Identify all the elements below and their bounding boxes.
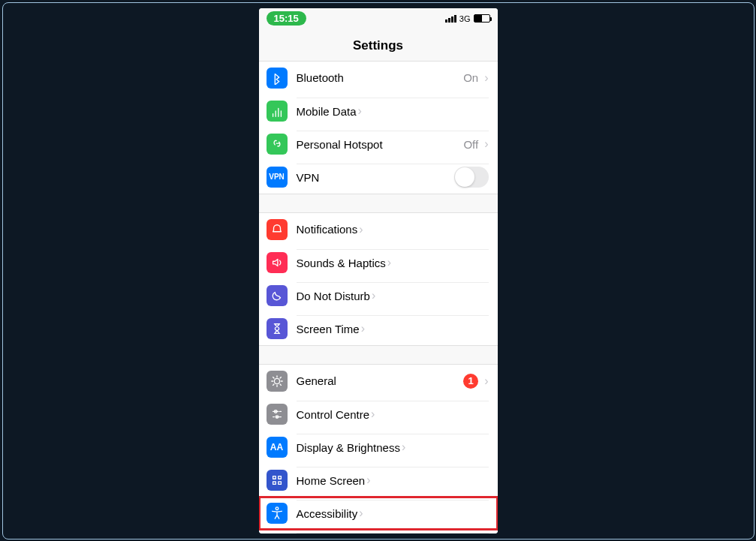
row-general-badge: 1 xyxy=(463,374,478,389)
row-bluetooth-value: On xyxy=(463,71,478,84)
chevron-right-icon: › xyxy=(372,289,375,302)
chevron-right-icon: › xyxy=(358,104,362,118)
row-general-label: General xyxy=(297,374,336,387)
row-bluetooth-label: Bluetooth xyxy=(297,71,344,84)
row-personal-hotspot-label: Personal Hotspot xyxy=(297,138,383,151)
chevron-right-icon: › xyxy=(361,322,365,335)
chevron-right-icon: › xyxy=(359,223,363,236)
row-display-brightness[interactable]: AADisplay & Brightness› xyxy=(259,431,498,464)
row-home-screen[interactable]: Home Screen› xyxy=(259,464,498,497)
row-control-centre-label: Control Centre xyxy=(297,408,370,421)
row-mobile-data-label: Mobile Data xyxy=(297,105,357,118)
signal-icon xyxy=(445,15,456,23)
row-do-not-disturb-label: Do Not Disturb xyxy=(297,290,370,302)
chevron-right-icon: › xyxy=(402,440,405,454)
row-display-brightness-label: Display & Brightness xyxy=(297,441,400,454)
row-screen-time[interactable]: Screen Time› xyxy=(259,312,498,345)
row-notifications[interactable]: Notifications› xyxy=(259,213,498,246)
gear-icon xyxy=(267,371,288,392)
speaker-icon xyxy=(267,252,288,273)
chevron-right-icon: › xyxy=(484,71,488,85)
outer-frame: 15:15 3G Settings BluetoothOn›Mobile Dat… xyxy=(2,2,754,539)
vpn-icon: VPN xyxy=(267,167,288,188)
antenna-icon xyxy=(267,101,288,122)
row-personal-hotspot[interactable]: Personal HotspotOff› xyxy=(259,128,498,161)
aa-icon: AA xyxy=(267,437,288,458)
settings-list[interactable]: BluetoothOn›Mobile Data›Personal Hotspot… xyxy=(259,61,498,533)
row-sounds-haptics-label: Sounds & Haptics xyxy=(297,257,386,269)
row-notifications-label: Notifications xyxy=(297,223,358,236)
row-vpn[interactable]: VPNVPN xyxy=(259,161,498,194)
settings-group: General1›Control Centre›AADisplay & Brig… xyxy=(259,364,498,533)
row-control-centre[interactable]: Control Centre› xyxy=(259,398,498,431)
chevron-right-icon: › xyxy=(371,407,375,421)
phone-screen: 15:15 3G Settings BluetoothOn›Mobile Dat… xyxy=(259,8,498,533)
accessibility-icon xyxy=(267,503,288,524)
row-wallpaper[interactable]: Wallpaper› xyxy=(259,530,498,533)
status-time-pill: 15:15 xyxy=(267,11,306,26)
row-screen-time-label: Screen Time xyxy=(297,323,360,335)
battery-icon xyxy=(474,14,490,23)
chevron-right-icon: › xyxy=(387,256,391,269)
settings-group: BluetoothOn›Mobile Data›Personal Hotspot… xyxy=(259,61,498,194)
row-vpn-toggle[interactable] xyxy=(454,167,489,188)
row-mobile-data[interactable]: Mobile Data› xyxy=(259,95,498,128)
hourglass-icon xyxy=(267,318,288,339)
network-type: 3G xyxy=(459,14,471,23)
bluetooth-icon xyxy=(267,68,288,89)
row-bluetooth[interactable]: BluetoothOn› xyxy=(259,62,498,95)
row-sounds-haptics[interactable]: Sounds & Haptics› xyxy=(259,246,498,279)
moon-icon xyxy=(267,285,288,306)
link-icon xyxy=(267,134,288,155)
bell-icon xyxy=(267,219,288,240)
row-do-not-disturb[interactable]: Do Not Disturb› xyxy=(259,279,498,312)
switches-icon xyxy=(267,404,288,425)
chevron-right-icon: › xyxy=(366,473,370,487)
chevron-right-icon: › xyxy=(359,506,363,520)
grid-icon xyxy=(267,470,288,491)
chevron-right-icon: › xyxy=(484,137,488,151)
settings-group: Notifications›Sounds & Haptics›Do Not Di… xyxy=(259,212,498,346)
chevron-right-icon: › xyxy=(484,374,488,388)
row-accessibility[interactable]: Accessibility› xyxy=(259,497,498,530)
row-accessibility-label: Accessibility xyxy=(297,507,358,520)
page-title: Settings xyxy=(259,29,498,61)
row-vpn-label: VPN xyxy=(297,171,320,184)
row-home-screen-label: Home Screen xyxy=(297,474,366,487)
status-bar: 15:15 3G xyxy=(259,8,498,29)
status-right: 3G xyxy=(445,14,490,23)
row-personal-hotspot-value: Off xyxy=(463,138,478,151)
row-general[interactable]: General1› xyxy=(259,365,498,398)
